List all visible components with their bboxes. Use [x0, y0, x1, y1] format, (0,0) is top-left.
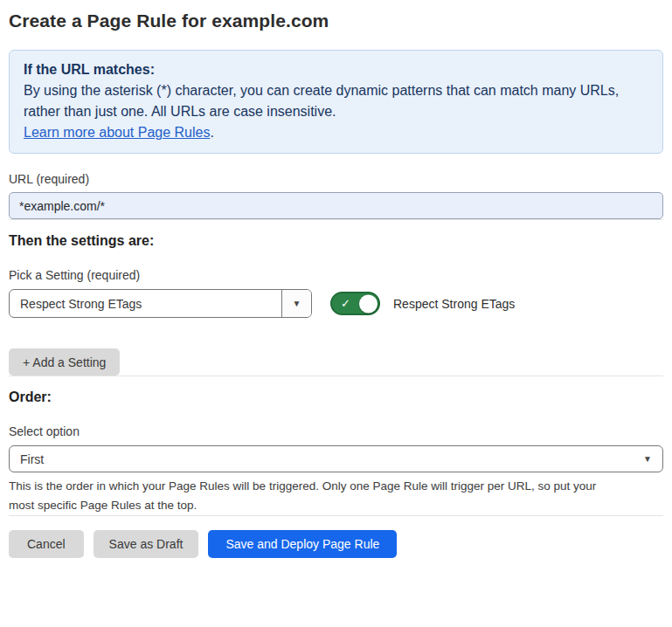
setting-select-value: Respect Strong ETags	[10, 290, 281, 317]
cancel-button[interactable]: Cancel	[9, 530, 84, 558]
link-period: .	[210, 125, 213, 140]
toggle-label: Respect Strong ETags	[393, 297, 515, 311]
info-box-heading: If the URL matches:	[24, 59, 648, 80]
toggle-knob	[359, 294, 378, 313]
order-help-line1: This is the order in which your Page Rul…	[9, 479, 596, 493]
url-label: URL (required)	[9, 172, 663, 186]
divider	[9, 376, 663, 376]
info-box-link-line: Learn more about Page Rules.	[24, 122, 648, 143]
order-select-value: First	[20, 452, 44, 466]
footer-actions: Cancel Save as Draft Save and Deploy Pag…	[9, 530, 663, 558]
learn-more-link[interactable]: Learn more about Page Rules	[24, 125, 210, 140]
settings-section-heading: Then the settings are:	[9, 232, 663, 250]
check-icon: ✓	[341, 298, 350, 309]
order-help-line2: most specific Page Rules at the top.	[9, 499, 197, 512]
add-setting-button[interactable]: + Add a Setting	[9, 348, 120, 376]
setting-select[interactable]: Respect Strong ETags ▼	[9, 289, 312, 318]
pick-setting-label: Pick a Setting (required)	[9, 268, 663, 282]
url-match-info-box: If the URL matches: By using the asteris…	[9, 50, 663, 154]
order-help-text: This is the order in which your Page Rul…	[9, 477, 663, 515]
info-box-body-line1: By using the asterisk (*) character, you…	[24, 80, 648, 101]
url-input[interactable]	[9, 192, 663, 219]
chevron-down-icon: ▼	[643, 455, 652, 464]
save-draft-button[interactable]: Save as Draft	[94, 530, 199, 558]
select-option-label: Select option	[9, 424, 663, 438]
order-select[interactable]: First ▼	[9, 445, 663, 472]
chevron-down-icon: ▼	[293, 300, 301, 308]
create-page-rule-panel: Create a Page Rule for example.com If th…	[0, 9, 672, 558]
setting-row: Respect Strong ETags ▼ ✓ Respect Strong …	[9, 289, 663, 318]
divider	[9, 515, 663, 516]
info-box-body-line2: rather than just one. All URLs are case …	[24, 101, 648, 122]
order-section-heading: Order:	[9, 389, 663, 406]
save-deploy-button[interactable]: Save and Deploy Page Rule	[208, 530, 397, 558]
setting-toggle[interactable]: ✓	[330, 292, 380, 315]
divider	[9, 219, 663, 220]
page-title: Create a Page Rule for example.com	[9, 9, 663, 32]
setting-select-arrow-button[interactable]: ▼	[281, 290, 311, 317]
